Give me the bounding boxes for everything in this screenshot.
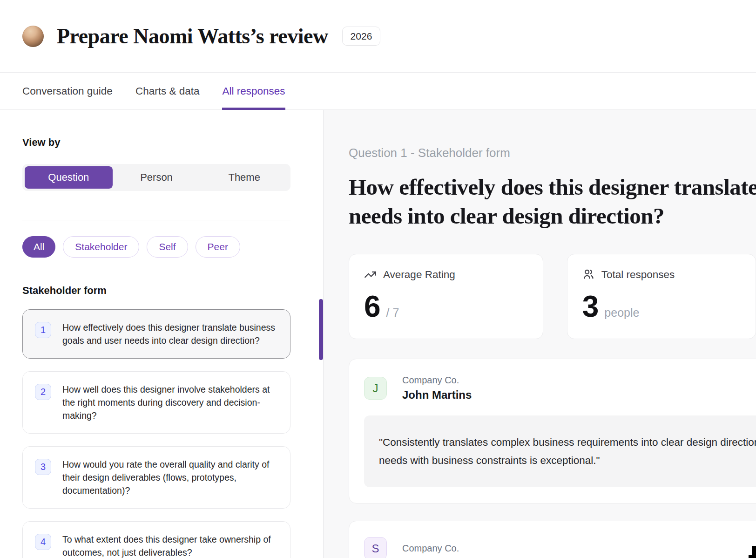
responder-company: Company Co.: [402, 375, 472, 386]
segment-question[interactable]: Question: [25, 166, 113, 189]
stat-label: Total responses: [601, 269, 675, 281]
filter-pill-self[interactable]: Self: [147, 236, 188, 258]
response-quote: "Consistently translates complex busines…: [364, 415, 756, 487]
question-text: How well does this designer involve stak…: [62, 383, 278, 422]
question-item-4[interactable]: 4 To what extent does this designer take…: [22, 521, 290, 558]
filter-pill-all[interactable]: All: [22, 236, 55, 258]
question-item-3[interactable]: 3 How would you rate the overall quality…: [22, 446, 290, 509]
question-item-2[interactable]: 2 How well does this designer involve st…: [22, 371, 290, 434]
selected-question-indicator: [319, 299, 323, 360]
average-rating-value: 6: [364, 291, 381, 322]
question-eyebrow: Question 1 - Stakeholder form: [349, 146, 756, 160]
tab-label: Charts & data: [135, 85, 200, 97]
total-responses-card: Total responses 3 people: [567, 254, 756, 339]
main-panel: Question 1 - Stakeholder form How effect…: [323, 110, 756, 558]
tab-all-responses[interactable]: All responses: [222, 73, 285, 109]
filter-pill-peer[interactable]: Peer: [196, 236, 240, 258]
question-number-badge: 2: [35, 384, 51, 400]
question-text: How would you rate the overall quality a…: [62, 458, 278, 497]
question-title: How effectively does this designer trans…: [349, 173, 756, 231]
question-title-line: How effectively does this designer trans…: [349, 173, 756, 202]
question-text: How effectively does this designer trans…: [62, 321, 278, 347]
pointer-cursor-artifact: [749, 546, 756, 558]
filter-pill-stakeholder[interactable]: Stakeholder: [63, 236, 139, 258]
section-label: Stakeholder form: [22, 285, 290, 297]
segment-person[interactable]: Person: [113, 166, 201, 189]
average-rating-scale: / 7: [386, 306, 399, 320]
tab-bar: Conversation guide Charts & data All res…: [0, 72, 756, 110]
total-responses-unit: people: [604, 306, 639, 320]
view-by-label: View by: [22, 136, 290, 149]
filter-pills: All Stakeholder Self Peer: [22, 236, 290, 258]
avatar: [22, 26, 44, 47]
stats-row: Average Rating 6 / 7 Total responses: [349, 254, 756, 339]
tab-charts-data[interactable]: Charts & data: [135, 73, 200, 109]
trending-up-icon: [364, 268, 377, 281]
total-responses-value: 3: [582, 291, 599, 322]
stat-label: Average Rating: [383, 269, 455, 281]
response-card-john-martins: J Company Co. John Martins "Consistently…: [349, 359, 756, 504]
users-icon: [582, 268, 595, 281]
responder-initial-avatar: S: [364, 537, 387, 558]
question-text: To what extent does this designer take o…: [62, 533, 278, 558]
question-number-badge: 1: [35, 322, 51, 338]
response-card-2: S Company Co.: [349, 521, 756, 558]
quote-line: needs with business constraints is excep…: [379, 451, 756, 470]
question-list: 1 How effectively does this designer tra…: [22, 309, 290, 558]
tab-conversation-guide[interactable]: Conversation guide: [22, 73, 113, 109]
responder-initial-avatar: J: [364, 377, 387, 400]
question-title-line: needs into clear design direction?: [349, 202, 756, 231]
header: Prepare Naomi Watts’s review 2026: [0, 0, 756, 72]
responder-company: Company Co.: [402, 543, 459, 554]
average-rating-card: Average Rating 6 / 7: [349, 254, 543, 339]
view-mode-segmented-control: Question Person Theme: [22, 164, 290, 191]
quote-line: "Consistently translates complex busines…: [379, 433, 756, 451]
question-number-badge: 3: [35, 459, 51, 475]
page-title: Prepare Naomi Watts’s review: [57, 24, 328, 48]
question-item-1[interactable]: 1 How effectively does this designer tra…: [22, 309, 290, 359]
sidebar: View by Question Person Theme All Stakeh…: [0, 110, 323, 558]
question-number-badge: 4: [35, 534, 51, 550]
sidebar-divider: [22, 220, 290, 220]
tab-label: All responses: [222, 85, 285, 97]
tab-label: Conversation guide: [22, 85, 113, 97]
segment-theme[interactable]: Theme: [200, 166, 288, 189]
responder-name: John Martins: [402, 388, 472, 401]
year-badge: 2026: [342, 27, 381, 46]
